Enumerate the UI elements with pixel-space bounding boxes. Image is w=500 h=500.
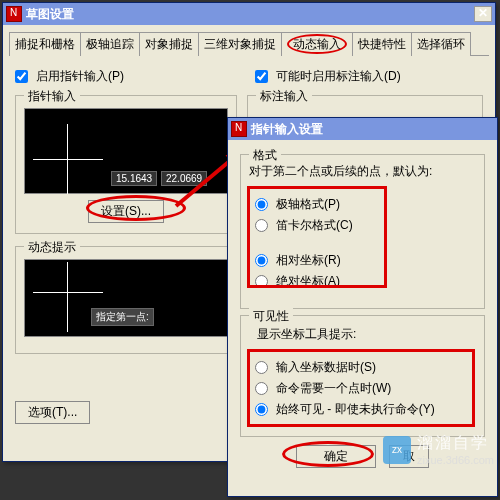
dynamic-prompt-preview: 指定第一点: — [24, 259, 228, 337]
dynamic-prompt-group: 动态提示 指定第一点: — [15, 246, 237, 354]
radio-absolute[interactable]: 绝对坐标(A) — [255, 273, 470, 290]
format-legend: 格式 — [249, 147, 281, 164]
close-icon[interactable]: ✕ — [474, 6, 492, 22]
watermark-brand: 溜溜自学 — [417, 434, 489, 451]
dialog2-title: 指针输入设置 — [251, 121, 494, 138]
tab-polar-tracking[interactable]: 极轴追踪 — [80, 32, 140, 56]
radio-polar[interactable]: 极轴格式(P) — [255, 196, 470, 213]
titlebar-2: 指针输入设置 — [228, 118, 497, 140]
tabstrip: 捕捉和栅格 极轴追踪 对象捕捉 三维对象捕捉 动态输入 快捷特性 选择循环 — [9, 31, 489, 56]
coord-readout-x: 15.1643 — [111, 171, 157, 186]
visibility-group: 可见性 显示坐标工具提示: 输入坐标数据时(S) 命令需要一个点时(W) 始终可… — [240, 315, 485, 437]
pointer-input-group: 指针输入 15.1643 22.0669 设置(S)... — [15, 95, 237, 234]
prompt-readout: 指定第一点: — [91, 308, 154, 326]
dim-input-legend: 标注输入 — [256, 88, 312, 105]
radio-vis-cmd[interactable]: 命令需要一个点时(W) — [255, 380, 470, 397]
titlebar: 草图设置 ✕ — [3, 3, 495, 25]
enable-pointer-input-checkbox[interactable]: 启用指针输入(P) — [15, 68, 235, 85]
dialog-title: 草图设置 — [26, 6, 474, 23]
radio-vis-coord[interactable]: 输入坐标数据时(S) — [255, 359, 470, 376]
visibility-desc: 显示坐标工具提示: — [257, 326, 476, 343]
coord-readout-y: 22.0669 — [161, 171, 207, 186]
pointer-input-legend: 指针输入 — [24, 88, 80, 105]
dialog2-pane: 格式 对于第二个点或后续的点，默认为: 极轴格式(P) 笛卡尔格式(C) 相对坐… — [228, 140, 497, 476]
enable-pointer-input[interactable] — [15, 70, 28, 83]
visibility-legend: 可见性 — [249, 308, 293, 325]
radio-relative[interactable]: 相对坐标(R) — [255, 252, 470, 269]
watermark-url: zixue.3d66.com — [417, 454, 494, 466]
watermark-logo-icon: zx — [383, 436, 411, 464]
enable-dim-input[interactable] — [255, 70, 268, 83]
enable-dim-input-checkbox[interactable]: 可能时启用标注输入(D) — [255, 68, 401, 85]
enable-dim-input-label: 可能时启用标注输入(D) — [276, 68, 401, 85]
dynamic-prompt-legend: 动态提示 — [24, 239, 80, 256]
options-button[interactable]: 选项(T)... — [15, 401, 90, 424]
ok-button[interactable]: 确定 — [296, 445, 376, 468]
enable-pointer-input-label: 启用指针输入(P) — [36, 68, 124, 85]
tab-object-snap[interactable]: 对象捕捉 — [139, 32, 199, 56]
pointer-preview: 15.1643 22.0669 — [24, 108, 228, 194]
tab-selection-cycling[interactable]: 选择循环 — [411, 32, 471, 56]
tab-snap-grid[interactable]: 捕捉和栅格 — [9, 32, 81, 56]
tab-quick-properties[interactable]: 快捷特性 — [352, 32, 412, 56]
format-group: 格式 对于第二个点或后续的点，默认为: 极轴格式(P) 笛卡尔格式(C) 相对坐… — [240, 154, 485, 309]
tab-3d-object-snap[interactable]: 三维对象捕捉 — [198, 32, 282, 56]
watermark: zx 溜溜自学 zixue.3d66.com — [383, 433, 494, 466]
app-icon — [6, 6, 22, 22]
pointer-settings-button[interactable]: 设置(S)... — [88, 200, 164, 223]
app-icon-2 — [231, 121, 247, 137]
radio-vis-always[interactable]: 始终可见 - 即使未执行命令(Y) — [255, 401, 470, 418]
radio-cartesian[interactable]: 笛卡尔格式(C) — [255, 217, 470, 234]
format-desc: 对于第二个点或后续的点，默认为: — [249, 163, 476, 180]
tab-dynamic-input[interactable]: 动态输入 — [281, 32, 353, 56]
